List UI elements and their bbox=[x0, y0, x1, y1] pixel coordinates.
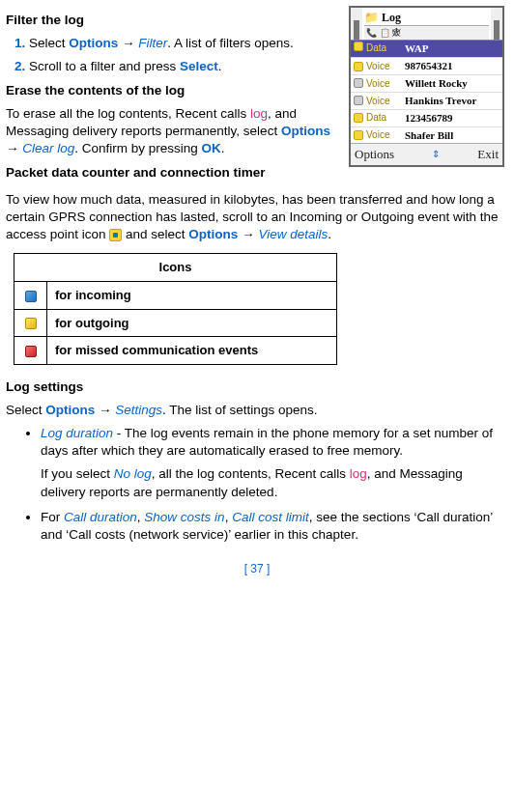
row-value: 987654321 bbox=[405, 59, 453, 73]
row-value: Hankins Trevor bbox=[405, 94, 476, 108]
page-number: [ 37 ] bbox=[6, 561, 508, 576]
table-row: for outgoing bbox=[14, 309, 337, 337]
softkey-right: Exit bbox=[477, 146, 499, 163]
arrow: → bbox=[6, 141, 22, 155]
step1-text-a: Select bbox=[29, 36, 69, 50]
phone-screenshot: 📁 Log 📞 📋 🕸 Data WAP Voice987654321Voice… bbox=[349, 6, 504, 167]
step1-text-b: . A list of filters opens. bbox=[167, 36, 294, 50]
outgoing-icon bbox=[25, 318, 37, 329]
step-2: Scroll to a filter and press Select. bbox=[29, 58, 341, 75]
icons-row-label: for incoming bbox=[47, 281, 337, 309]
filter-term: Filter bbox=[138, 36, 167, 50]
row-value: 123456789 bbox=[405, 111, 453, 126]
step-1: Select Options → Filter. A list of filte… bbox=[29, 35, 341, 52]
t: For bbox=[41, 510, 64, 524]
row-icon bbox=[354, 130, 363, 140]
t: . Confirm by pressing bbox=[74, 141, 201, 155]
t: and select bbox=[122, 227, 188, 241]
t: . The list of settings opens. bbox=[162, 403, 317, 417]
steps-list: Select Options → Filter. A list of filte… bbox=[6, 35, 341, 75]
phone-row: VoiceHankins Trevor bbox=[351, 92, 502, 109]
access-point-icon bbox=[109, 229, 122, 241]
softkey-left: Options bbox=[355, 146, 394, 163]
missed-icon bbox=[25, 346, 37, 357]
phone-selected-row: Data WAP bbox=[351, 41, 502, 57]
log-settings-intro: Select Options → Settings. The list of s… bbox=[6, 402, 508, 419]
row-icon bbox=[354, 96, 363, 105]
data-icon bbox=[354, 42, 363, 51]
arrow: → bbox=[238, 227, 258, 241]
row-label: Voice bbox=[366, 95, 405, 108]
arrow: → bbox=[118, 36, 138, 50]
row-label: Data bbox=[366, 111, 405, 125]
heading-erase: Erase the contents of the log bbox=[6, 82, 341, 99]
ok-term: OK bbox=[202, 141, 221, 155]
t: Select bbox=[6, 403, 45, 417]
t: , bbox=[225, 510, 233, 524]
clear-log-term: Clear log bbox=[22, 141, 74, 155]
arrow: → bbox=[95, 403, 115, 417]
t: To erase all the log contents, Recent ca… bbox=[6, 106, 250, 121]
phone-row: Voice987654321 bbox=[351, 57, 502, 74]
log-term: log bbox=[250, 106, 268, 121]
options-term: Options bbox=[281, 124, 330, 138]
t: If you select bbox=[41, 466, 114, 481]
bullet1-continuation: If you select No log, all the log conten… bbox=[41, 465, 508, 500]
phone-statusbar: 📞 📋 🕸 bbox=[364, 25, 489, 40]
phone-row: Data123456789 bbox=[351, 109, 502, 126]
step2-text-b: . bbox=[218, 59, 222, 73]
t: , all the log contents, Recent calls bbox=[152, 466, 350, 481]
icons-table-header: Icons bbox=[14, 254, 337, 282]
softkey-scroll-icon: ⇕ bbox=[432, 148, 440, 161]
heading-packet: Packet data counter and connection timer bbox=[6, 164, 341, 182]
icons-row-label: for missed communication events bbox=[47, 337, 337, 365]
row-value: WAP bbox=[405, 42, 428, 56]
phone-row: VoiceShafer Bill bbox=[351, 126, 502, 144]
row-value: Shafer Bill bbox=[405, 128, 453, 143]
call-cost-limit-term: Call cost limit bbox=[232, 510, 309, 524]
heading-log-settings: Log settings bbox=[6, 378, 508, 396]
row-label: Voice bbox=[366, 77, 405, 91]
icons-row-label: for outgoing bbox=[47, 309, 337, 337]
t: . bbox=[221, 141, 225, 155]
row-icon bbox=[354, 78, 363, 88]
erase-paragraph: To erase all the log contents, Recent ca… bbox=[6, 105, 341, 158]
call-duration-term: Call duration bbox=[64, 510, 137, 524]
row-label: Voice bbox=[366, 60, 405, 73]
heading-filter: Filter the log bbox=[6, 12, 341, 29]
battery-icon bbox=[491, 8, 502, 40]
icons-table: Icons for incoming for outgoing for miss… bbox=[14, 253, 337, 364]
row-label: Data bbox=[366, 42, 405, 56]
table-row: for missed communication events bbox=[14, 337, 337, 365]
bullet-call-settings: For Call duration, Show costs in, Call c… bbox=[41, 509, 508, 544]
phone-row: VoiceWillett Rocky bbox=[351, 74, 502, 92]
incoming-icon bbox=[25, 291, 37, 302]
signal-icon bbox=[351, 8, 362, 40]
row-icon bbox=[354, 62, 363, 71]
row-icon bbox=[354, 113, 363, 123]
packet-paragraph: To view how much data, measured in kilob… bbox=[6, 191, 508, 244]
no-log-term: No log bbox=[114, 466, 152, 481]
step2-text-a: Scroll to a filter and press bbox=[29, 59, 180, 73]
settings-term: Settings bbox=[115, 403, 162, 417]
t: . bbox=[328, 227, 331, 241]
view-details-term: View details bbox=[258, 227, 328, 241]
table-row: for incoming bbox=[14, 281, 337, 309]
options-term: Options bbox=[45, 403, 95, 417]
row-label: Voice bbox=[366, 128, 405, 142]
options-term: Options bbox=[188, 227, 238, 241]
bullet-log-duration: Log duration - The log events remain in … bbox=[41, 425, 508, 501]
options-term: Options bbox=[69, 36, 118, 50]
log-term: log bbox=[350, 466, 367, 481]
phone-title: Log bbox=[382, 11, 401, 24]
settings-bullets: Log duration - The log events remain in … bbox=[6, 425, 508, 544]
log-duration-term: Log duration bbox=[41, 426, 113, 440]
row-value: Willett Rocky bbox=[405, 76, 468, 91]
select-term: Select bbox=[180, 59, 218, 73]
show-costs-term: Show costs in bbox=[144, 510, 224, 524]
